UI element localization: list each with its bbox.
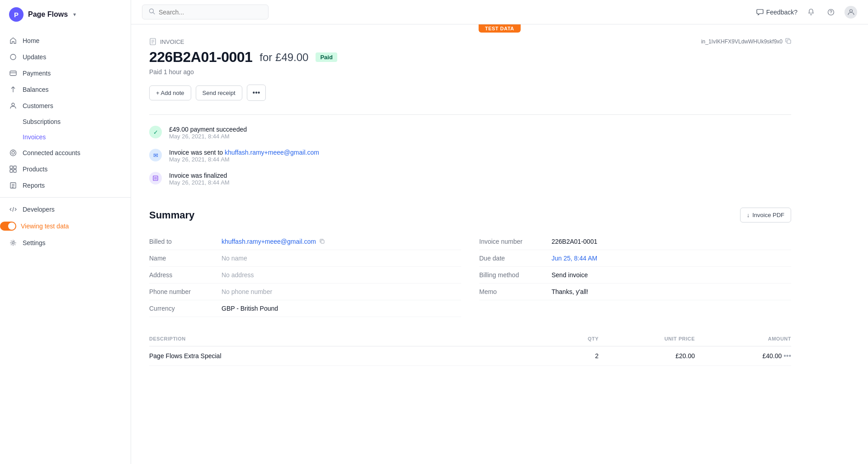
sidebar-item-invoices[interactable]: Invoices (0, 129, 131, 145)
currency-label: Currency (149, 305, 222, 312)
copy-email-icon[interactable] (320, 239, 325, 244)
invoice-label-row: INVOICE in_1IvIKHFX9VLdwWHUk9skf9x0 (149, 38, 791, 45)
logo-icon: P (9, 7, 24, 22)
col-header-description: DESCRIPTION (149, 331, 534, 346)
sidebar-label-subscriptions: Subscriptions (23, 118, 61, 125)
invoice-title-row: 226B2A01-0001 for £49.00 Paid (149, 49, 791, 66)
home-icon (9, 37, 17, 45)
app-logo[interactable]: P Page Flows ▾ (0, 0, 131, 29)
search-input[interactable] (159, 9, 262, 16)
summary-row-billing-method: Billing method Send invoice (479, 267, 791, 284)
sidebar-label-settings: Settings (23, 239, 46, 246)
feedback-button[interactable]: Feedback? (756, 9, 797, 16)
sidebar-label-payments: Payments (23, 70, 51, 77)
svg-point-3 (12, 103, 14, 106)
add-note-button[interactable]: + Add note (149, 85, 191, 100)
billing-method-label: Billing method (479, 271, 552, 279)
help-button[interactable] (825, 6, 837, 19)
sidebar-item-subscriptions[interactable]: Subscriptions (0, 114, 131, 129)
send-receipt-button[interactable]: Send receipt (196, 85, 242, 100)
address-label: Address (149, 271, 222, 279)
updates-icon (9, 53, 17, 61)
svg-point-15 (12, 242, 14, 244)
copy-id-icon[interactable] (785, 38, 791, 45)
summary-row-invoice-number: Invoice number 226B2A01-0001 (479, 233, 791, 250)
item-more-button[interactable]: ••• (783, 352, 791, 360)
download-icon: ↓ (747, 212, 750, 218)
items-table: DESCRIPTION QTY UNIT PRICE AMOUNT Page F… (149, 331, 791, 366)
sidebar-label-home: Home (23, 37, 39, 44)
customers-icon (9, 102, 17, 110)
timeline-item: Invoice was finalized May 26, 2021, 8:44… (149, 172, 791, 186)
invoice-id-text: in_1IvIKHFX9VLdwWHUk9skf9x0 (701, 38, 783, 45)
sidebar-item-connected-accounts[interactable]: Connected accounts (0, 145, 131, 161)
name-label: Name (149, 255, 222, 262)
svg-rect-8 (10, 170, 13, 172)
svg-rect-1 (10, 71, 16, 76)
sidebar-item-developers[interactable]: Developers (0, 201, 131, 218)
table-row: Page Flows Extra Special 2 £20.00 £40.00… (149, 346, 791, 366)
svg-rect-28 (321, 240, 324, 243)
more-options-button[interactable]: ••• (247, 85, 266, 101)
payments-icon (9, 69, 17, 77)
sidebar-item-products[interactable]: Products (0, 161, 131, 177)
sidebar-item-home[interactable]: Home (0, 33, 131, 49)
sidebar-label-developers: Developers (23, 206, 55, 213)
sent-prefix: Invoice was sent to (169, 149, 225, 156)
test-data-banner: TEST DATA (479, 24, 521, 33)
col-header-qty: QTY (534, 331, 599, 346)
sent-email-link[interactable]: khuffash.ramy+meee@gmail.com (225, 149, 319, 156)
sidebar-item-payments[interactable]: Payments (0, 65, 131, 81)
billed-to-link[interactable]: khuffash.ramy+meee@gmail.com (222, 238, 316, 245)
summary-row-memo: Memo Thanks, y'all! (479, 284, 791, 300)
summary-grid: Billed to khuffash.ramy+meee@gmail.com (149, 233, 791, 317)
test-data-toggle[interactable]: Viewing test data (0, 218, 131, 235)
sidebar-item-customers[interactable]: Customers (0, 98, 131, 114)
summary-row-due-date: Due date Jun 25, 8:44 AM (479, 250, 791, 267)
sidebar-item-settings[interactable]: Settings (0, 235, 131, 251)
sidebar-label-reports: Reports (23, 182, 45, 189)
memo-value: Thanks, y'all! (552, 288, 588, 295)
sidebar-label-balances: Balances (23, 86, 49, 93)
due-date-value: Jun 25, 8:44 AM (552, 255, 597, 262)
timeline-main-1: £49.00 payment succeeded (169, 126, 247, 133)
billed-to-value: khuffash.ramy+meee@gmail.com (222, 238, 325, 245)
summary-row-address: Address No address (149, 267, 461, 284)
invoice-pdf-button[interactable]: ↓ Invoice PDF (740, 208, 791, 223)
svg-line-14 (13, 207, 14, 212)
summary-left: Billed to khuffash.ramy+meee@gmail.com (149, 233, 461, 317)
search-box[interactable] (142, 5, 269, 19)
svg-rect-9 (14, 170, 16, 172)
summary-row-billed-to: Billed to khuffash.ramy+meee@gmail.com (149, 233, 461, 250)
due-date-link[interactable]: Jun 25, 8:44 AM (552, 255, 597, 262)
item-description: Page Flows Extra Special (149, 346, 534, 366)
test-data-label: Viewing test data (21, 223, 69, 230)
feedback-label: Feedback? (766, 9, 797, 16)
timeline-item: ✉ Invoice was sent to khuffash.ramy+meee… (149, 149, 791, 163)
svg-rect-7 (14, 166, 16, 169)
svg-rect-6 (10, 166, 13, 169)
topbar-right: Feedback? (756, 6, 857, 19)
timeline-time-2: May 26, 2021, 8:44 AM (169, 156, 319, 163)
toggle-switch-icon (0, 222, 16, 231)
page-content: TEST DATA INVOICE in_1IvIKHFX9VLdwWHUk9s… (131, 24, 868, 464)
reports-icon (9, 181, 17, 189)
timeline-text-2: Invoice was sent to khuffash.ramy+meee@g… (169, 149, 319, 163)
user-avatar-button[interactable] (844, 6, 857, 19)
sidebar-label-products: Products (23, 166, 47, 173)
search-icon (149, 8, 155, 16)
paid-time: Paid 1 hour ago (149, 68, 791, 76)
sidebar-item-balances[interactable]: Balances (0, 81, 131, 98)
sidebar-label-updates: Updates (23, 53, 46, 61)
invoice-number-label: Invoice number (479, 238, 552, 245)
timeline-time-3: May 26, 2021, 8:44 AM (169, 179, 230, 186)
timeline-time-1: May 26, 2021, 8:44 AM (169, 133, 247, 140)
timeline-main-3: Invoice was finalized (169, 172, 230, 179)
svg-point-19 (830, 14, 831, 14)
notifications-button[interactable] (805, 6, 817, 19)
item-unit-price: £20.00 (599, 346, 695, 366)
name-value: No name (222, 255, 247, 262)
sidebar-item-reports[interactable]: Reports (0, 177, 131, 194)
currency-value: GBP - British Pound (222, 305, 278, 312)
sidebar-item-updates[interactable]: Updates (0, 49, 131, 65)
